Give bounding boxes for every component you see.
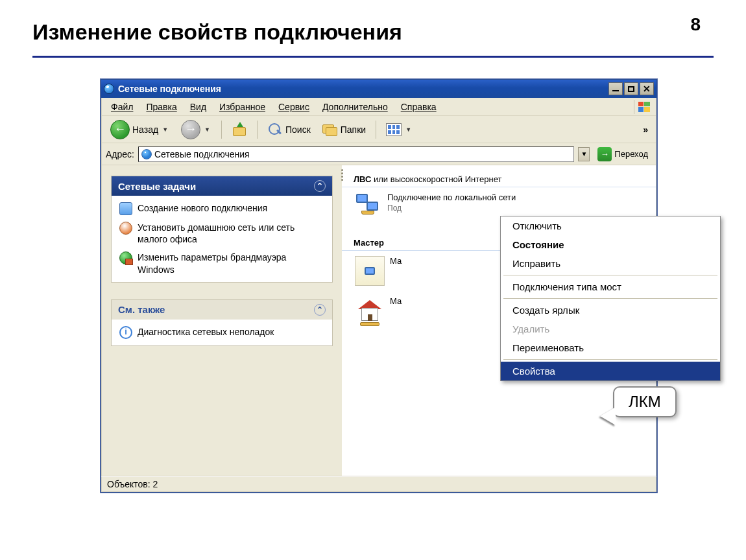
ctx-separator [503,298,717,299]
group-header-lan: ЛВС или высокоскоростной Интернет [342,173,656,187]
task-diagnostics[interactable]: i Диагностика сетевых неполадок [119,326,324,339]
info-icon: i [119,326,132,339]
folders-label: Папки [341,124,366,135]
address-value: Сетевые подключения [154,149,571,159]
ctx-repair[interactable]: Исправить [501,254,720,273]
task-label: Создание нового подключения [138,202,267,214]
new-connection-icon [119,202,132,215]
status-text: Объектов: 2 [107,479,158,489]
wizard-icon [355,256,385,286]
task-label: Диагностика сетевых неполадок [138,326,274,338]
go-label: Переход [614,149,648,159]
window-title: Сетевые подключения [118,84,608,94]
home-network-icon [119,222,132,235]
explorer-window: Сетевые подключения ✕ Файл Правка Вид Из… [101,79,657,493]
task-label: Изменить параметры брандмауэра Windows [138,251,324,275]
titlebar[interactable]: Сетевые подключения ✕ [101,80,656,98]
globe-icon [141,149,152,159]
menu-advanced[interactable]: Дополнительно [316,100,394,113]
ctx-separator [503,359,717,360]
slide-title: Изменение свойств подключения [32,19,402,45]
up-button[interactable] [227,119,252,140]
connection-status: Под [387,204,516,214]
panel-header[interactable]: См. также ⌃ [112,300,332,320]
slide-divider [32,56,714,58]
house-icon [355,296,385,326]
back-label: Назад [132,124,158,135]
views-icon [386,123,402,136]
separator [257,121,258,139]
ctx-disconnect[interactable]: Отключить [501,216,720,235]
toolbar-overflow-icon[interactable]: » [643,124,652,135]
toolbar: ← Назад ▼ → ▼ Поиск Папки ▼ » [101,116,656,143]
wizard-label: Ма [390,296,402,307]
menu-view[interactable]: Вид [184,100,213,113]
arrow-right-icon: → [181,120,200,139]
ctx-separator [503,275,717,275]
ctx-shortcut[interactable]: Создать ярлык [501,301,720,320]
callout-text: ЛКМ [629,393,661,410]
maximize-button[interactable] [624,82,638,95]
address-dropdown-icon[interactable]: ▼ [578,147,590,161]
collapse-icon[interactable]: ⌃ [314,304,326,316]
callout-lkm: ЛКМ [613,386,677,417]
collapse-icon[interactable]: ⌃ [314,180,326,192]
ctx-status[interactable]: Состояние [501,235,720,254]
minimize-button[interactable] [608,82,623,95]
windows-flag-icon [634,100,653,114]
search-label: Поиск [285,124,311,135]
address-bar: Адрес: Сетевые подключения ▼ → Переход [101,143,656,165]
close-button[interactable]: ✕ [640,82,654,95]
menu-favorites[interactable]: Избранное [213,100,272,113]
menu-file[interactable]: Файл [104,100,139,113]
lan-connection-icon [355,192,382,220]
forward-button[interactable]: → ▼ [176,119,216,140]
menu-edit[interactable]: Правка [139,100,183,113]
slide-number: 8 [690,14,701,35]
search-button[interactable]: Поиск [263,119,315,140]
context-menu: Отключить Состояние Исправить Подключени… [500,216,721,381]
chevron-down-icon[interactable]: ▼ [161,126,169,133]
separator [376,121,376,139]
panel-title: См. также [118,304,165,315]
task-label: Установить домашнюю сеть или сеть малого… [138,222,324,245]
folders-icon [322,122,338,137]
menu-tools[interactable]: Сервис [272,100,316,113]
panel-network-tasks: Сетевые задачи ⌃ Создание нового подключ… [111,176,333,283]
go-arrow-icon: → [597,147,612,161]
panel-title: Сетевые задачи [118,181,196,192]
address-input[interactable]: Сетевые подключения [138,146,574,162]
task-home-network[interactable]: Установить домашнюю сеть или сеть малого… [119,222,324,245]
folders-button[interactable]: Папки [318,119,370,140]
task-new-connection[interactable]: Создание нового подключения [119,202,324,215]
status-bar: Объектов: 2 [101,476,656,492]
menubar: Файл Правка Вид Избранное Сервис Дополни… [101,98,656,116]
ctx-delete: Удалить [501,320,720,338]
content-area: Сетевые задачи ⌃ Создание нового подключ… [101,165,656,476]
panel-see-also: См. также ⌃ i Диагностика сетевых непола… [111,299,333,346]
firewall-icon [119,251,132,264]
menu-help[interactable]: Справка [394,100,443,113]
splitter-handle-icon[interactable] [339,169,344,183]
chevron-down-icon[interactable]: ▼ [404,126,413,133]
views-button[interactable]: ▼ [381,119,417,140]
items-pane: ЛВС или высокоскоростной Интернет Подклю… [342,165,656,476]
address-label: Адрес: [106,149,134,159]
connection-name: Подключение по локальной сети [387,192,516,204]
back-button[interactable]: ← Назад ▼ [106,119,174,140]
tasks-pane: Сетевые задачи ⌃ Создание нового подключ… [102,165,342,476]
globe-icon [104,84,114,94]
search-icon [267,122,283,137]
panel-header[interactable]: Сетевые задачи ⌃ [112,176,332,196]
arrow-left-icon: ← [110,120,130,139]
chevron-down-icon[interactable]: ▼ [203,126,211,133]
wizard-label: Ма [390,256,402,267]
separator [221,121,222,139]
folder-up-icon [232,122,247,137]
ctx-bridge[interactable]: Подключения типа мост [501,277,720,296]
go-button[interactable]: → Переход [594,146,652,163]
task-firewall[interactable]: Изменить параметры брандмауэра Windows [119,251,324,275]
ctx-rename[interactable]: Переименовать [501,338,720,357]
ctx-properties[interactable]: Свойства [501,362,720,380]
